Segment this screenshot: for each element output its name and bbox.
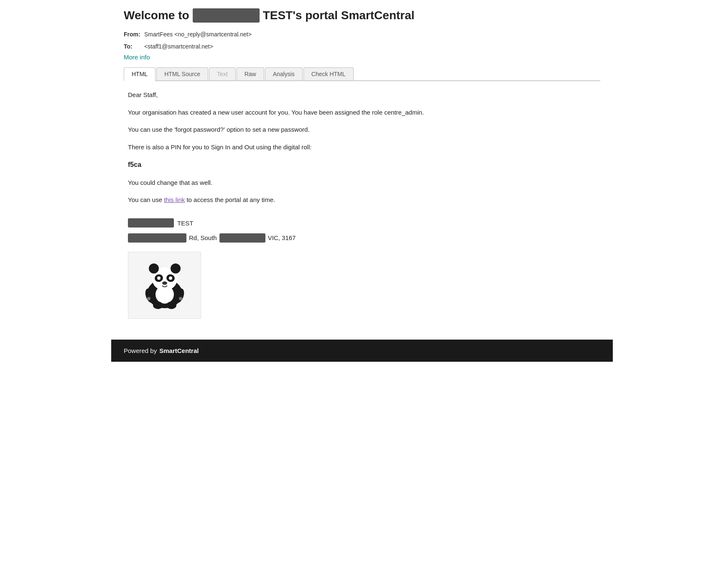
org-address-redacted [128, 233, 186, 243]
tab-text[interactable]: Text [209, 67, 236, 80]
org-name-suffix: TEST [177, 218, 193, 229]
svg-point-9 [162, 281, 167, 285]
more-info-link[interactable]: More info [124, 54, 150, 61]
org-address-row: Rd, South VIC, 3167 [128, 233, 596, 243]
org-address-middle: Rd, South [189, 233, 217, 243]
footer-brand: SmartCentral [159, 347, 199, 354]
to-value: <staff1@smartcentral.net> [144, 43, 213, 50]
org-section: TEST Rd, South VIC, 3167 [128, 218, 596, 319]
svg-point-15 [179, 297, 182, 300]
para5-suffix: to access the portal at any time. [186, 196, 275, 203]
tab-html-source[interactable]: HTML Source [156, 67, 208, 80]
org-name-row: TEST [128, 218, 596, 229]
tab-check-html[interactable]: Check HTML [303, 67, 354, 80]
tab-analysis[interactable]: Analysis [265, 67, 303, 80]
footer-powered-by: Powered by [124, 347, 157, 354]
svg-point-14 [147, 297, 150, 300]
from-value: SmartFees <no_reply@smartcentral.net> [144, 31, 252, 38]
title-suffix: TEST's portal SmartCentral [263, 9, 415, 22]
svg-point-3 [149, 263, 159, 274]
svg-point-8 [169, 276, 172, 280]
email-footer: Powered by SmartCentral [111, 340, 613, 362]
para1: Your organisation has created a new user… [128, 107, 596, 118]
this-link[interactable]: this link [164, 196, 185, 203]
para3: There is also a PIN for you to Sign In a… [128, 142, 596, 153]
email-title: Welcome to TEST's portal SmartCentral [124, 8, 600, 23]
pin-code: f5ca [128, 159, 596, 170]
para5: You can use this link to access the port… [128, 194, 596, 205]
email-tabs: HTML HTML Source Text Raw Analysis Check… [124, 66, 600, 81]
org-name-redacted [128, 218, 174, 228]
org-address-suffix: VIC, 3167 [268, 233, 296, 243]
tab-html[interactable]: HTML [124, 67, 156, 81]
para4: You could change that as well. [128, 177, 596, 188]
panda-logo [140, 260, 190, 310]
para5-prefix: You can use [128, 196, 162, 203]
svg-point-4 [171, 263, 181, 274]
email-from-row: From: SmartFees <no_reply@smartcentral.n… [124, 29, 600, 40]
svg-point-13 [166, 302, 176, 309]
title-prefix: Welcome to [124, 9, 189, 22]
para2: You can use the 'forgot password?' optio… [128, 124, 596, 135]
svg-point-7 [157, 276, 161, 280]
svg-point-12 [153, 302, 163, 309]
greeting: Dear Staff, [128, 89, 596, 100]
email-to-row: To: <staff1@smartcentral.net> [124, 41, 600, 52]
title-redacted-block [193, 8, 260, 23]
from-label: From: [124, 29, 143, 40]
org-logo-container [128, 252, 201, 319]
email-body: Dear Staff, Your organisation has create… [124, 89, 600, 318]
tab-raw[interactable]: Raw [237, 67, 264, 80]
to-label: To: [124, 41, 143, 52]
org-suburb-redacted [219, 233, 265, 243]
